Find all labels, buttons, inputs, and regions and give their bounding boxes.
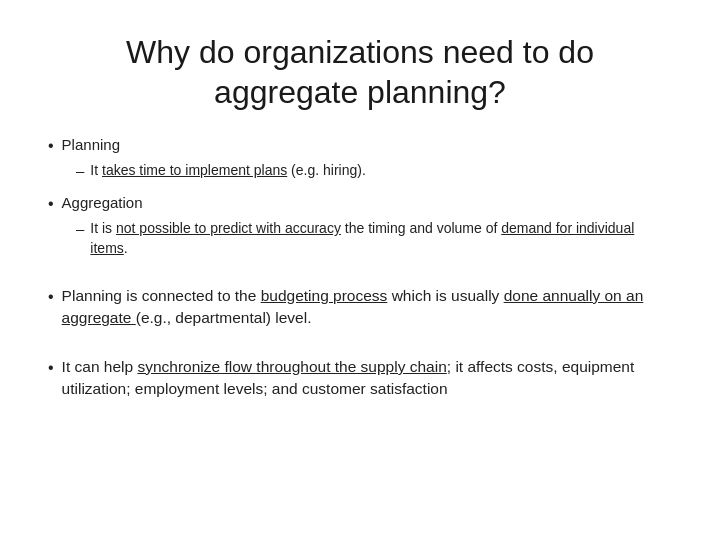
bullet-planning: • Planning – It takes time to implement … <box>48 134 672 182</box>
bullet-planning-main: • Planning <box>48 134 672 157</box>
bullet-supply-chain-main: • It can help synchronize flow throughou… <box>48 356 672 401</box>
slide-content: • Planning – It takes time to implement … <box>48 134 672 401</box>
sub-dash-2: – <box>76 218 84 240</box>
bullet-dot-4: • <box>48 356 54 379</box>
sub-text-planning: It takes time to implement plans (e.g. h… <box>90 160 365 180</box>
bullet-aggregation: • Aggregation – It is not possible to pr… <box>48 192 672 259</box>
bullet-aggregation-text: Aggregation <box>62 192 143 214</box>
bullet-aggregation-main: • Aggregation <box>48 192 672 215</box>
bullet-budgeting: • Planning is connected to the budgeting… <box>48 285 672 330</box>
sub-bullet-aggregation: – It is not possible to predict with acc… <box>76 218 672 259</box>
spacer-2 <box>48 340 672 346</box>
bullet-budgeting-text: Planning is connected to the budgeting p… <box>62 285 672 330</box>
slide-title: Why do organizations need to do aggregat… <box>48 32 672 112</box>
bullet-dot-2: • <box>48 192 54 215</box>
spacer-1 <box>48 269 672 275</box>
bullet-supply-chain: • It can help synchronize flow throughou… <box>48 356 672 401</box>
sub-dash-1: – <box>76 160 84 182</box>
title-line2: aggregate planning? <box>214 74 506 110</box>
sub-bullet-planning: – It takes time to implement plans (e.g.… <box>76 160 672 182</box>
bullet-supply-chain-text: It can help synchronize flow throughout … <box>62 356 672 401</box>
bullet-dot-1: • <box>48 134 54 157</box>
sub-text-aggregation: It is not possible to predict with accur… <box>90 218 672 259</box>
bullet-dot-3: • <box>48 285 54 308</box>
title-line1: Why do organizations need to do <box>126 34 594 70</box>
bullet-budgeting-main: • Planning is connected to the budgeting… <box>48 285 672 330</box>
slide: Why do organizations need to do aggregat… <box>0 0 720 540</box>
bullet-planning-text: Planning <box>62 134 120 156</box>
